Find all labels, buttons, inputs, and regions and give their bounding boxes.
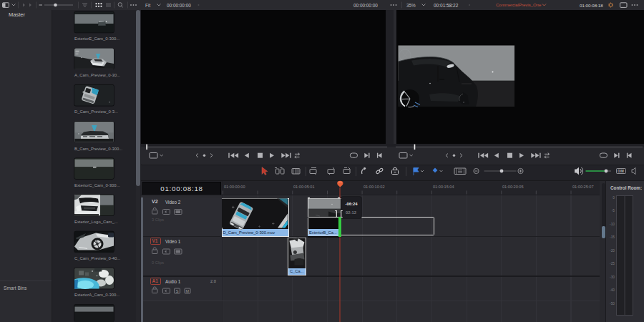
svg-text:0: 0 (613, 196, 615, 200)
svg-text:-15: -15 (610, 235, 615, 239)
svg-text:M: M (186, 289, 190, 293)
svg-text:-25: -25 (610, 262, 615, 265)
svg-text:DIM: DIM (618, 170, 624, 173)
svg-text:-20: -20 (610, 249, 615, 253)
svg-text:-30: -30 (610, 275, 615, 279)
svg-text:-5: -5 (612, 209, 615, 213)
svg-text:-10: -10 (610, 223, 615, 226)
svg-text:-50: -50 (610, 302, 615, 306)
svg-text:-40: -40 (610, 288, 615, 292)
svg-text:S: S (176, 289, 179, 293)
